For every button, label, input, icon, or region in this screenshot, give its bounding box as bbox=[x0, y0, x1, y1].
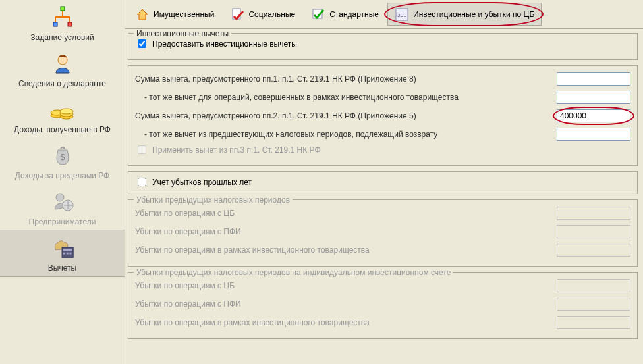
form-label: Убытки по операциям в рамках инвестицион… bbox=[135, 318, 557, 327]
tab-invest[interactable]: 20.. Инвестиционные и убытки по ЦБ bbox=[387, 3, 542, 26]
loss-prev-inv-input bbox=[557, 244, 630, 257]
form-label: Убытки по операциям с ЦБ bbox=[135, 209, 557, 218]
sidebar-item-label: Вычеты bbox=[48, 263, 76, 273]
form-label: Сумма вычета, предусмотренного пп.1. п.1… bbox=[135, 74, 557, 84]
loss-accounting-fieldset: Учет убытков прошлых лет bbox=[128, 171, 638, 194]
check-doc-icon bbox=[230, 7, 244, 22]
bag-icon: $ bbox=[49, 142, 76, 170]
loss-accounting-checkbox[interactable] bbox=[138, 178, 146, 186]
svg-point-14 bbox=[56, 194, 64, 201]
tab-social[interactable]: Социальные bbox=[223, 3, 302, 26]
checkbox-label: Учет убытков прошлых лет bbox=[152, 178, 252, 187]
sidebar-item-declarant[interactable]: Сведения о декларанте bbox=[0, 46, 125, 92]
loss-iis-cb-row: Убытки по операциям с ЦБ bbox=[135, 276, 630, 295]
row-pp2-prev: - тот же вычет из предшествующих налогов… bbox=[135, 125, 630, 143]
input-pp2-prev[interactable] bbox=[557, 128, 630, 141]
checkbox-label: Предоставить инвестиционные вычеты bbox=[152, 39, 297, 49]
person-icon bbox=[49, 50, 76, 78]
loss-iis-pfi-input bbox=[557, 298, 630, 311]
svg-text:$: $ bbox=[60, 153, 65, 162]
content-area: Инвестиционные вычеты Предоставить инвес… bbox=[125, 29, 643, 364]
loss-prev-cb-input bbox=[557, 207, 630, 220]
form-label: Убытки по операциям с ЦБ bbox=[135, 281, 557, 290]
invest-icon: 20.. bbox=[395, 7, 409, 22]
loss-prev-pfi-row: Убытки по операциям с ПФИ bbox=[135, 222, 630, 241]
check-mark-icon bbox=[311, 7, 325, 22]
input-pp1-partner[interactable] bbox=[557, 91, 630, 104]
house-icon bbox=[135, 7, 150, 22]
loss-iis-inv-row: Убытки по операциям в рамках инвестицион… bbox=[135, 313, 630, 332]
invest-deductions-fieldset: Инвестиционные вычеты Предоставить инвес… bbox=[128, 33, 638, 60]
input-pp1[interactable] bbox=[557, 72, 630, 86]
give-deductions-checkbox[interactable] bbox=[138, 39, 146, 48]
loss-accounting-row: Учет убытков прошлых лет bbox=[135, 176, 630, 188]
form-label: - тот же вычет для операций, совершенных… bbox=[135, 93, 557, 102]
coins-icon bbox=[49, 96, 76, 124]
sidebar-item-label: Предприниматели bbox=[29, 217, 96, 226]
loss-iis-pfi-row: Убытки по операциям с ПФИ bbox=[135, 295, 630, 313]
fieldset-legend: Инвестиционные вычеты bbox=[134, 29, 231, 38]
row-pp2: Сумма вычета, предусмотренного пп.2. п.1… bbox=[135, 107, 630, 125]
loss-prev-fieldset: Убытки предыдущих налоговых периодов Убы… bbox=[128, 199, 638, 267]
entrepreneur-icon bbox=[49, 188, 76, 216]
fieldset-legend: Убытки предыдущих налоговых периодов на … bbox=[134, 268, 453, 277]
tab-label: Стандартные bbox=[329, 10, 379, 19]
svg-rect-5 bbox=[53, 22, 57, 26]
main-panel: Имущественный Социальные Стандартные 20.… bbox=[125, 0, 643, 364]
fieldset-legend: Убытки предыдущих налоговых периодов bbox=[134, 195, 293, 205]
loss-iis-cb-input bbox=[557, 279, 630, 292]
sidebar-item-label: Доходы за пределами РФ bbox=[15, 171, 109, 180]
loss-iis-inv-input bbox=[557, 316, 630, 329]
tab-standard[interactable]: Стандартные bbox=[304, 3, 386, 26]
svg-point-12 bbox=[60, 109, 73, 114]
give-deductions-row: Предоставить инвестиционные вычеты bbox=[135, 38, 630, 50]
input-pp2[interactable] bbox=[557, 109, 630, 122]
sidebar-item-entrepreneur[interactable]: Предприниматели bbox=[0, 184, 125, 230]
svg-rect-18 bbox=[63, 253, 65, 255]
loss-prev-pfi-input bbox=[557, 225, 630, 238]
form-label: Сумма вычета, предусмотренного пп.2. п.1… bbox=[135, 111, 557, 120]
sidebar: Задание условий Сведения о декларанте До… bbox=[0, 0, 125, 364]
tab-property[interactable]: Имущественный bbox=[128, 3, 221, 26]
sidebar-item-label: Доходы, полученные в РФ bbox=[14, 125, 111, 134]
tab-label: Инвестиционные и убытки по ЦБ bbox=[413, 10, 534, 19]
sidebar-item-income-abroad[interactable]: $ Доходы за пределами РФ bbox=[0, 138, 125, 184]
svg-rect-17 bbox=[63, 249, 71, 251]
invest-amounts-fieldset: Сумма вычета, предусмотренного пп.1. п.1… bbox=[128, 65, 638, 166]
tab-label: Социальные bbox=[248, 10, 295, 19]
apply-pp3-row: Применить вычет из пп.3 п.1. Ст. 219.1 Н… bbox=[135, 143, 630, 156]
row-pp1-partner: - тот же вычет для операций, совершенных… bbox=[135, 88, 630, 107]
toolbar: Имущественный Социальные Стандартные 20.… bbox=[125, 0, 643, 29]
svg-text:20..: 20.. bbox=[397, 13, 406, 18]
svg-rect-0 bbox=[61, 7, 65, 11]
checkbox-label: Применить вычет из пп.3 п.1. Ст. 219.1 Н… bbox=[152, 145, 321, 155]
deductions-icon bbox=[49, 234, 76, 262]
sidebar-item-income-rf[interactable]: Доходы, полученные в РФ bbox=[0, 92, 125, 138]
loss-prev-inv-row: Убытки по операциям в рамках инвестицион… bbox=[135, 241, 630, 259]
tab-label: Имущественный bbox=[154, 10, 214, 19]
form-label: Убытки по операциям с ПФИ bbox=[135, 227, 557, 236]
sidebar-item-deductions[interactable]: Вычеты bbox=[0, 230, 125, 277]
loss-prev-cb-row: Убытки по операциям с ЦБ bbox=[135, 204, 630, 222]
svg-rect-6 bbox=[68, 22, 72, 26]
sidebar-item-conditions[interactable]: Задание условий bbox=[0, 0, 125, 46]
svg-rect-19 bbox=[66, 253, 68, 255]
sidebar-item-label: Задание условий bbox=[30, 33, 94, 42]
form-label: Убытки по операциям с ПФИ bbox=[135, 299, 557, 309]
loss-iis-fieldset: Убытки предыдущих налоговых периодов на … bbox=[128, 272, 638, 339]
row-pp1: Сумма вычета, предусмотренного пп.1. п.1… bbox=[135, 70, 630, 88]
form-label: Убытки по операциям в рамках инвестицион… bbox=[135, 246, 557, 255]
apply-pp3-checkbox bbox=[138, 145, 146, 154]
form-label: - тот же вычет из предшествующих налогов… bbox=[135, 130, 557, 139]
svg-rect-20 bbox=[69, 253, 71, 255]
tree-icon bbox=[49, 4, 76, 32]
sidebar-item-label: Сведения о декларанте bbox=[18, 79, 106, 88]
